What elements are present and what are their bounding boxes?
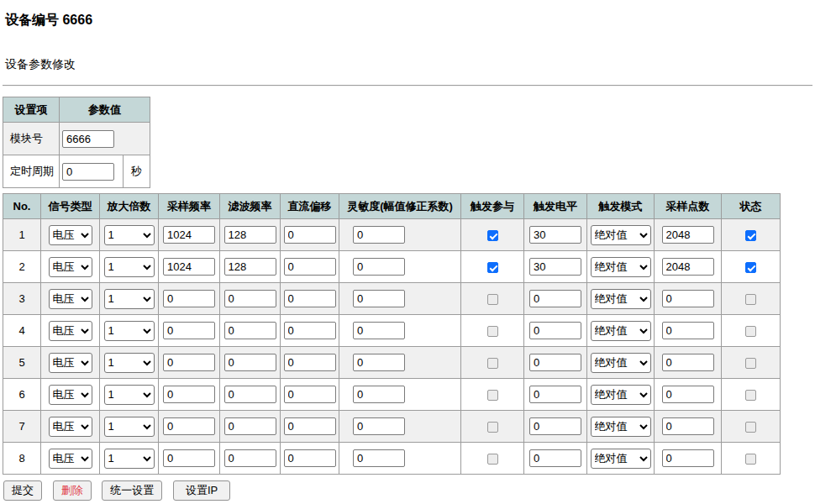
page-subtitle: 设备参数修改 — [5, 57, 812, 72]
trigger-mode-select[interactable]: 绝对值 — [591, 353, 651, 373]
sensitivity-input[interactable] — [353, 322, 405, 339]
sample-points-input[interactable] — [662, 449, 714, 467]
batch-settings-button[interactable]: 统一设置 — [102, 480, 162, 501]
dc-offset-input[interactable] — [284, 449, 336, 467]
sample-points-input[interactable] — [662, 354, 714, 371]
dc-offset-input[interactable] — [284, 354, 336, 371]
trigger-level-input[interactable] — [529, 226, 581, 244]
sample-points-input[interactable] — [662, 322, 714, 339]
sensitivity-input[interactable] — [353, 386, 405, 403]
trigger-level-input[interactable] — [529, 322, 581, 339]
sensitivity-input[interactable] — [353, 449, 405, 467]
sensitivity-input[interactable] — [353, 258, 405, 276]
status-checkbox[interactable] — [745, 390, 756, 401]
signal-type-select[interactable]: 电压 — [49, 449, 92, 469]
dc-offset-input[interactable] — [284, 322, 336, 339]
status-checkbox[interactable] — [745, 326, 756, 337]
gain-select[interactable]: 1 — [104, 449, 155, 469]
gain-select[interactable]: 1 — [104, 417, 155, 437]
status-checkbox[interactable] — [745, 294, 756, 305]
signal-type-select[interactable]: 电压 — [49, 225, 92, 245]
trigger-level-input[interactable] — [529, 258, 581, 276]
status-checkbox[interactable] — [745, 262, 756, 273]
signal-type-select[interactable]: 电压 — [49, 289, 92, 309]
signal-type-select[interactable]: 电压 — [49, 385, 92, 405]
signal-type-select[interactable]: 电压 — [49, 257, 92, 277]
header-status: 状态 — [722, 194, 781, 219]
trigger-enable-checkbox[interactable] — [487, 326, 498, 337]
channel-row: 8 电压 1 — [3, 443, 781, 475]
sample-rate-input[interactable] — [163, 226, 215, 244]
trigger-enable-checkbox[interactable] — [487, 422, 498, 433]
trigger-enable-checkbox[interactable] — [487, 454, 498, 465]
status-checkbox[interactable] — [745, 358, 756, 369]
signal-type-select[interactable]: 电压 — [49, 353, 92, 373]
filter-freq-input[interactable] — [224, 386, 276, 403]
sensitivity-input[interactable] — [353, 226, 405, 244]
action-buttons: 提交 删除 统一设置 设置IP — [3, 480, 812, 501]
trigger-enable-checkbox[interactable] — [487, 358, 498, 369]
delete-button[interactable]: 删除 — [53, 480, 92, 501]
trigger-enable-checkbox[interactable] — [487, 230, 498, 241]
trigger-mode-select[interactable]: 绝对值 — [591, 449, 651, 469]
trigger-level-input[interactable] — [529, 354, 581, 371]
gain-select[interactable]: 1 — [104, 353, 155, 373]
sample-points-input[interactable] — [662, 417, 714, 435]
filter-freq-input[interactable] — [224, 354, 276, 371]
trigger-mode-select[interactable]: 绝对值 — [591, 417, 651, 437]
gain-select[interactable]: 1 — [104, 289, 155, 309]
filter-freq-input[interactable] — [224, 226, 276, 244]
gain-select[interactable]: 1 — [104, 257, 155, 277]
signal-type-select[interactable]: 电压 — [49, 417, 92, 437]
status-checkbox[interactable] — [745, 230, 756, 241]
trigger-mode-select[interactable]: 绝对值 — [591, 289, 651, 309]
filter-freq-input[interactable] — [224, 322, 276, 339]
trigger-mode-select[interactable]: 绝对值 — [591, 257, 651, 277]
sample-rate-input[interactable] — [163, 354, 215, 371]
sample-rate-input[interactable] — [163, 449, 215, 467]
gain-select[interactable]: 1 — [104, 225, 155, 245]
sample-rate-input[interactable] — [163, 417, 215, 435]
trigger-mode-select[interactable]: 绝对值 — [591, 321, 651, 341]
sample-points-input[interactable] — [662, 258, 714, 276]
sample-points-input[interactable] — [662, 386, 714, 403]
gain-select[interactable]: 1 — [104, 321, 155, 341]
set-ip-button[interactable]: 设置IP — [173, 480, 230, 501]
trigger-mode-select[interactable]: 绝对值 — [591, 385, 651, 405]
sample-rate-input[interactable] — [163, 386, 215, 403]
trigger-level-input[interactable] — [529, 417, 581, 435]
trigger-enable-checkbox[interactable] — [487, 262, 498, 273]
status-checkbox[interactable] — [745, 454, 756, 465]
submit-button[interactable]: 提交 — [3, 480, 42, 501]
filter-freq-input[interactable] — [224, 290, 276, 307]
gain-select[interactable]: 1 — [104, 385, 155, 405]
sample-points-input[interactable] — [662, 290, 714, 307]
sensitivity-input[interactable] — [353, 417, 405, 435]
status-checkbox[interactable] — [745, 422, 756, 433]
dc-offset-input[interactable] — [284, 386, 336, 403]
sensitivity-input[interactable] — [353, 290, 405, 307]
header-trigger-mode: 触发模式 — [587, 194, 655, 219]
sample-points-input[interactable] — [662, 226, 714, 244]
trigger-enable-checkbox[interactable] — [487, 390, 498, 401]
header-trigger-level: 触发电平 — [524, 194, 587, 219]
trigger-mode-select[interactable]: 绝对值 — [591, 225, 651, 245]
trigger-level-input[interactable] — [529, 290, 581, 307]
trigger-enable-checkbox[interactable] — [487, 294, 498, 305]
dc-offset-input[interactable] — [284, 258, 336, 276]
dc-offset-input[interactable] — [284, 417, 336, 435]
filter-freq-input[interactable] — [224, 417, 276, 435]
signal-type-select[interactable]: 电压 — [49, 321, 92, 341]
filter-freq-input[interactable] — [224, 258, 276, 276]
sample-rate-input[interactable] — [163, 290, 215, 307]
dc-offset-input[interactable] — [284, 226, 336, 244]
sample-rate-input[interactable] — [163, 322, 215, 339]
sample-rate-input[interactable] — [163, 258, 215, 276]
timer-period-input[interactable] — [62, 163, 114, 181]
trigger-level-input[interactable] — [529, 449, 581, 467]
module-number-input[interactable] — [62, 130, 114, 148]
filter-freq-input[interactable] — [224, 449, 276, 467]
dc-offset-input[interactable] — [284, 290, 336, 307]
sensitivity-input[interactable] — [353, 354, 405, 371]
trigger-level-input[interactable] — [529, 386, 581, 403]
